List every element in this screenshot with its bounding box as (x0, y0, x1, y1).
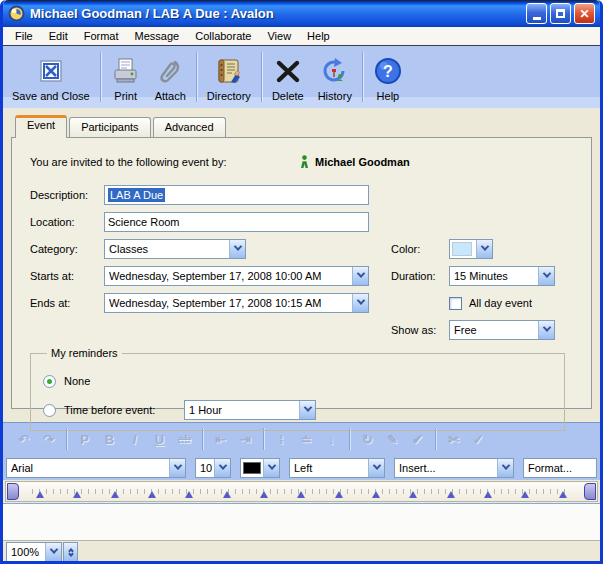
menu-help[interactable]: Help (299, 28, 338, 44)
description-value: LAB A Due (108, 188, 165, 202)
my-reminders-group: My reminders None Time before event: 1 H… (30, 347, 565, 431)
help-button[interactable]: ? Help (366, 49, 410, 108)
draw-icon[interactable]: ✎ (380, 432, 405, 447)
tab-advanced[interactable]: Advanced (153, 117, 226, 138)
right-margin-marker[interactable] (584, 483, 596, 500)
color-dropdown[interactable] (449, 239, 493, 259)
main-toolbar: Save and Close Print Attach (3, 46, 600, 108)
minimize-icon (533, 17, 541, 20)
insert-below-icon[interactable]: ↓ (319, 432, 344, 447)
menu-collaborate[interactable]: Collaborate (187, 28, 259, 44)
redo-icon[interactable]: ↷ (36, 432, 61, 447)
reminder-time-value: 1 Hour (189, 404, 299, 416)
outdent-icon[interactable]: ⇤ (208, 432, 233, 447)
chevron-down-icon[interactable] (368, 459, 384, 477)
ruler[interactable] (5, 481, 598, 502)
tab-event[interactable]: Event (15, 115, 67, 138)
signature-icon[interactable]: ✄ (441, 432, 466, 447)
history-button[interactable]: History (311, 49, 359, 108)
chevron-down-icon[interactable] (229, 240, 245, 258)
duration-dropdown[interactable]: 15 Minutes (449, 266, 555, 286)
chevron-down-icon[interactable] (538, 267, 554, 285)
category-value: Classes (109, 243, 229, 255)
insert-dropdown[interactable]: Insert... (394, 458, 514, 478)
menu-message[interactable]: Message (127, 28, 188, 44)
menu-edit[interactable]: Edit (41, 28, 76, 44)
save-and-close-label: Save and Close (12, 90, 90, 102)
menu-format[interactable]: Format (76, 28, 127, 44)
my-reminders-legend: My reminders (47, 347, 122, 359)
left-margin-marker[interactable] (7, 483, 19, 500)
strikethrough-icon[interactable]: ab (172, 433, 197, 445)
close-icon: ✕ (579, 8, 589, 20)
ends-at-dropdown[interactable]: Wednesday, September 17, 2008 10:15 AM (104, 293, 369, 313)
history-label: History (318, 90, 352, 102)
underline-icon[interactable]: U (147, 432, 172, 447)
app-window-icon (8, 5, 25, 22)
person-icon (300, 155, 309, 169)
chevron-down-icon[interactable] (263, 459, 279, 477)
chevron-down-icon[interactable] (45, 543, 61, 561)
help-icon: ? (373, 54, 403, 88)
alignment-dropdown[interactable]: Left (289, 458, 385, 478)
all-day-event-label: All day event (469, 297, 532, 309)
indent-icon[interactable]: ⇥ (233, 432, 258, 447)
help-label: Help (377, 90, 400, 102)
zoom-spinner[interactable] (63, 542, 78, 562)
chevron-down-icon[interactable] (214, 459, 230, 477)
chevron-down-icon[interactable] (352, 294, 368, 312)
reminder-none-radio[interactable] (43, 375, 56, 388)
maximize-button[interactable] (550, 3, 571, 24)
directory-icon (214, 54, 244, 88)
description-field[interactable]: LAB A Due (104, 185, 369, 205)
chevron-down-icon[interactable] (476, 240, 492, 258)
font-family-value: Arial (11, 462, 169, 474)
menu-view[interactable]: View (259, 28, 299, 44)
reminder-time-radio[interactable] (43, 404, 56, 417)
title-bar[interactable]: Michael Goodman / LAB A Due : Avalon ✕ (3, 0, 600, 27)
italic-icon[interactable]: I (122, 432, 147, 447)
all-day-event-checkbox[interactable] (449, 297, 462, 310)
text-color-dropdown[interactable] (240, 458, 280, 478)
zoom-dropdown[interactable]: 100% (6, 542, 62, 562)
chevron-down-icon[interactable] (299, 401, 315, 419)
chevron-down-icon[interactable] (352, 267, 368, 285)
svg-text:?: ? (383, 63, 393, 80)
print-button[interactable]: Print (104, 49, 148, 108)
baseline-icon[interactable]: ≐ (294, 432, 319, 447)
format-dropdown[interactable]: Format... (523, 458, 597, 478)
toolbar-separator (66, 428, 67, 450)
menu-file[interactable]: File (7, 28, 41, 44)
print-label: Print (114, 90, 137, 102)
category-dropdown[interactable]: Classes (104, 239, 246, 259)
tab-stops (36, 491, 567, 498)
paragraph-icon[interactable]: P (72, 432, 97, 447)
rotate-icon[interactable]: ↻ (355, 432, 380, 447)
chevron-down-icon[interactable] (169, 459, 185, 477)
font-family-dropdown[interactable]: Arial (6, 458, 186, 478)
message-body[interactable] (3, 503, 600, 541)
font-size-dropdown[interactable]: 10 (195, 458, 231, 478)
color-swatch (452, 242, 472, 256)
location-field[interactable]: Science Room (104, 212, 369, 232)
bold-icon[interactable]: B (97, 432, 122, 447)
ends-at-value: Wednesday, September 17, 2008 10:15 AM (109, 297, 352, 309)
reminder-time-dropdown[interactable]: 1 Hour (184, 400, 316, 420)
approve-icon[interactable]: ✔ (405, 432, 430, 447)
show-as-dropdown[interactable]: Free (449, 320, 555, 340)
event-tab-panel: You are invited to the following event b… (11, 137, 592, 409)
toolbar-separator (100, 52, 101, 102)
attach-button[interactable]: Attach (148, 49, 193, 108)
chevron-down-icon[interactable] (538, 321, 554, 339)
directory-button[interactable]: Directory (200, 49, 258, 108)
delete-button[interactable]: Delete (265, 49, 311, 108)
save-and-close-button[interactable]: Save and Close (5, 49, 97, 108)
close-button[interactable]: ✕ (574, 3, 595, 24)
chevron-down-icon[interactable] (497, 459, 513, 477)
tab-marker-icon[interactable]: ⁞ (269, 432, 294, 447)
starts-at-dropdown[interactable]: Wednesday, September 17, 2008 10:00 AM (104, 266, 369, 286)
tab-participants[interactable]: Participants (69, 117, 150, 138)
undo-icon[interactable]: ↶ (11, 432, 36, 447)
minimize-button[interactable] (526, 3, 547, 24)
spellcheck-icon[interactable]: ✓ (466, 432, 491, 447)
